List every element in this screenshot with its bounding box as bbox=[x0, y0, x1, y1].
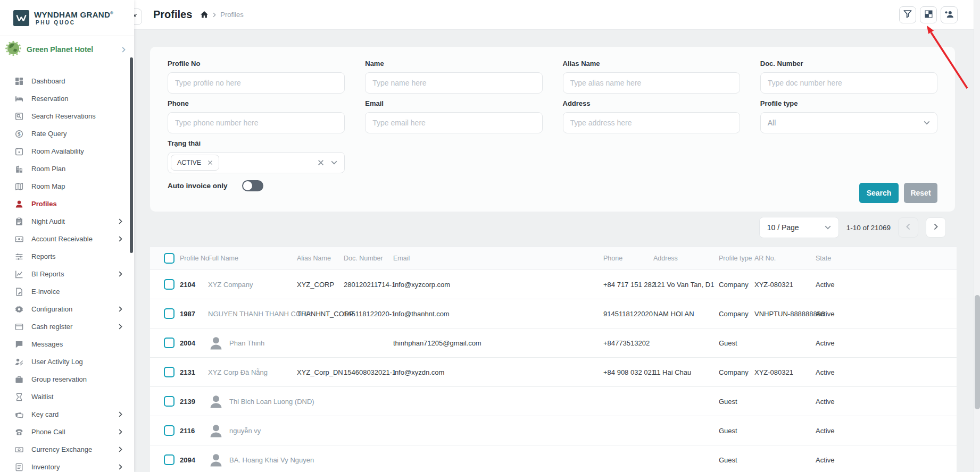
layout-columns-button[interactable] bbox=[920, 6, 937, 23]
key-card-icon bbox=[15, 410, 23, 419]
map-icon bbox=[15, 182, 23, 191]
full-name-cell: XYZ Company bbox=[208, 281, 297, 289]
sidebar-item-room-map[interactable]: Room Map bbox=[0, 178, 134, 195]
profile-name-link[interactable]: nguyễn vy bbox=[229, 427, 261, 435]
sidebar-item-search-reservations[interactable]: Search Reservations bbox=[0, 107, 134, 125]
sidebar-item-dashboard[interactable]: Dashboard bbox=[0, 72, 134, 90]
sidebar-item-label: Room Map bbox=[31, 182, 65, 190]
clear-select-icon[interactable] bbox=[318, 159, 324, 166]
cell-ar: XYZ-080321 bbox=[754, 281, 816, 289]
chevron-down-icon bbox=[331, 161, 337, 165]
auto-invoice-row: Auto invoice only bbox=[168, 180, 937, 191]
gear-icon bbox=[15, 305, 23, 314]
sidebar-item-rate-query[interactable]: $Rate Query bbox=[0, 125, 134, 142]
full-name-cell: BA. Hoang Khai Vy Nguyen bbox=[208, 452, 297, 468]
prev-page-button[interactable] bbox=[898, 217, 918, 238]
profile-name-link[interactable]: NGUYEN THANH THANH CORP bbox=[208, 310, 311, 318]
sidebar-item-label: Night Audit bbox=[31, 217, 65, 225]
profile-no-input[interactable] bbox=[168, 72, 345, 94]
sidebar-item-phone-call[interactable]: Phone Call bbox=[0, 423, 134, 441]
cash-register-icon bbox=[15, 323, 23, 331]
sidebar-item-bi-reports[interactable]: BI Reports bbox=[0, 265, 134, 283]
sidebar-item-e-invoice[interactable]: E-invoice bbox=[0, 283, 134, 300]
row-checkbox[interactable] bbox=[164, 279, 175, 290]
sidebar-item-cash-register[interactable]: Cash register bbox=[0, 318, 134, 335]
full-name-cell: nguyễn vy bbox=[208, 423, 297, 439]
sidebar-item-profiles[interactable]: Profiles bbox=[0, 195, 134, 213]
hotel-selector[interactable]: Green Planet Hotel bbox=[0, 38, 134, 61]
cell-address: NAM HOI AN bbox=[653, 310, 719, 318]
status-multiselect[interactable]: ACTIVE bbox=[168, 152, 345, 173]
profile-name-link[interactable]: BA. Hoang Khai Vy Nguyen bbox=[229, 456, 314, 464]
sidebar-scrollbar-thumb[interactable] bbox=[130, 57, 133, 253]
search-document-icon bbox=[15, 112, 23, 121]
sidebar-item-key-card[interactable]: Key card bbox=[0, 406, 134, 423]
sidebar-item-night-audit[interactable]: Night Audit bbox=[0, 213, 134, 230]
cell-state: Active bbox=[816, 398, 957, 406]
profile-name-link[interactable]: XYZ Company bbox=[208, 281, 253, 289]
sidebar-item-group-reservation[interactable]: Group reservation bbox=[0, 370, 134, 388]
sidebar-menu: DashboardReservationSearch Reservations$… bbox=[0, 72, 134, 472]
sidebar-item-label: Inventory bbox=[31, 463, 60, 471]
search-button[interactable]: Search bbox=[859, 183, 899, 203]
table-row: 2116nguyễn vyGuestActive bbox=[150, 416, 957, 445]
sidebar-item-currency-exchange[interactable]: Currency Exchange bbox=[0, 441, 134, 458]
filter-toggle-button[interactable] bbox=[899, 6, 916, 23]
sidebar-item-waitlist[interactable]: Waitlist bbox=[0, 388, 134, 406]
sidebar-item-configuration[interactable]: Configuration bbox=[0, 300, 134, 318]
calendar-icon bbox=[15, 147, 23, 156]
row-checkbox[interactable] bbox=[164, 308, 175, 319]
row-checkbox[interactable] bbox=[164, 338, 175, 348]
row-checkbox[interactable] bbox=[164, 367, 175, 377]
field-label: Address bbox=[563, 99, 740, 107]
sidebar-item-label: Dashboard bbox=[31, 77, 65, 85]
cell-type: Guest bbox=[719, 456, 754, 464]
column-header-phone: Phone bbox=[603, 255, 653, 262]
profile-name-link[interactable]: Phan Thinh bbox=[229, 339, 264, 347]
doc-number-input[interactable] bbox=[760, 72, 937, 94]
row-checkbox-cell bbox=[150, 279, 180, 290]
profile-name-link[interactable]: Thi Bich Loan Luong (DND) bbox=[229, 398, 314, 406]
remove-tag-icon[interactable] bbox=[207, 160, 213, 165]
page-size-select[interactable]: 10 / Page bbox=[759, 217, 839, 238]
sidebar-item-label: BI Reports bbox=[31, 270, 64, 278]
sliders-icon bbox=[15, 252, 23, 261]
sidebar-item-reports[interactable]: Reports bbox=[0, 248, 134, 265]
column-header-profile-no: Profile No bbox=[180, 255, 208, 262]
address-input[interactable] bbox=[563, 112, 740, 133]
table-row: 2104XYZ CompanyXYZ_CORP280120211714-1inf… bbox=[150, 270, 957, 299]
sidebar-item-account-receivable[interactable]: Account Receivable bbox=[0, 230, 134, 248]
profile-name-link[interactable]: XYZ Corp Đà Nẵng bbox=[208, 368, 268, 376]
globe-icon bbox=[5, 40, 22, 59]
next-page-button[interactable] bbox=[926, 217, 946, 238]
topbar: Profiles Profiles bbox=[134, 0, 980, 30]
row-checkbox[interactable] bbox=[164, 454, 175, 465]
add-profile-button[interactable] bbox=[941, 6, 958, 23]
sidebar-item-inventory[interactable]: Inventory bbox=[0, 458, 134, 472]
home-icon[interactable] bbox=[200, 11, 209, 19]
profile-no-cell: 2104 bbox=[180, 281, 208, 289]
phone-input[interactable] bbox=[168, 112, 345, 133]
profile-type-select[interactable]: All bbox=[760, 112, 937, 133]
person-icon bbox=[15, 200, 23, 208]
alias-name-input[interactable] bbox=[563, 72, 740, 94]
reset-button[interactable]: Reset bbox=[904, 183, 937, 203]
avatar-icon bbox=[208, 335, 224, 351]
sidebar-item-reservation[interactable]: Reservation bbox=[0, 90, 134, 107]
sidebar-item-user-activity-log[interactable]: User Activity Log bbox=[0, 353, 134, 370]
row-checkbox[interactable] bbox=[164, 425, 175, 436]
name-input[interactable] bbox=[365, 72, 542, 94]
sidebar-item-room-availability[interactable]: Room Availability bbox=[0, 142, 134, 160]
select-all-checkbox[interactable] bbox=[164, 253, 175, 264]
sidebar-item-room-plan[interactable]: Room Plan bbox=[0, 160, 134, 178]
chevron-down-icon bbox=[924, 121, 930, 125]
pagination: 10 / Page 1-10 of 21069 bbox=[134, 217, 946, 238]
dollar-circle-icon: $ bbox=[15, 130, 23, 138]
sidebar-item-messages[interactable]: Messages bbox=[0, 335, 134, 353]
email-input[interactable] bbox=[365, 112, 542, 133]
row-checkbox[interactable] bbox=[164, 396, 175, 407]
auto-invoice-toggle[interactable] bbox=[242, 180, 263, 191]
chevron-right-icon bbox=[119, 411, 122, 417]
sidebar-item-label: Group reservation bbox=[31, 375, 87, 383]
page-scrollbar-thumb[interactable] bbox=[975, 295, 980, 409]
